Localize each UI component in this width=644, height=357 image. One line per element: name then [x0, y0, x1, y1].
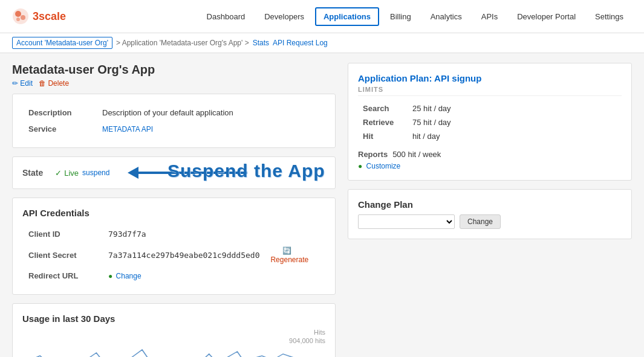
credentials-table: Client ID 793d7f7a Client Secret 7a37a11…: [22, 225, 325, 285]
service-label: Service: [24, 121, 96, 137]
application-plan-card: Application Plan: API signup Limits Sear…: [348, 63, 632, 181]
nav-analytics[interactable]: Analytics: [422, 7, 470, 26]
reports-value: 500 hit / week: [392, 150, 441, 159]
edit-link[interactable]: ✏ Edit: [12, 79, 33, 88]
breadcrumb-account-link[interactable]: Account 'Metadata-user Org': [12, 37, 112, 49]
green-circle-icon: ●: [358, 162, 362, 170]
limit-search-row: Search 25 hit / day: [359, 102, 620, 115]
svg-point-0: [13, 8, 28, 24]
arrow-head-icon: [128, 167, 138, 179]
main-nav: Dashboard Developers Applications Billin…: [198, 7, 632, 26]
breadcrumb-stats-link[interactable]: Stats: [253, 39, 269, 47]
right-column: Application Plan: API signup Limits Sear…: [348, 63, 632, 357]
state-label: State: [22, 168, 43, 178]
limit-hit-row: Hit hit / day: [359, 130, 620, 143]
page-title: Metadata-user Org's App: [12, 63, 336, 77]
change-plan-row: Change: [358, 214, 622, 229]
svg-point-1: [15, 11, 21, 17]
description-row: Description Description of your default …: [24, 105, 324, 120]
customize-link[interactable]: ● Customize: [358, 162, 400, 170]
breadcrumb: Account 'Metadata-user Org' > Applicatio…: [0, 33, 644, 53]
suspend-annotation: Suspend the App: [168, 161, 325, 181]
usage-chart-card: Usage in last 30 Days Hits 904,000 hits: [12, 303, 336, 357]
service-row: Service METADATA API: [24, 121, 324, 137]
description-label: Description: [24, 105, 96, 120]
client-id-label: Client ID: [24, 227, 102, 242]
limit-retrieve-label: Retrieve: [359, 116, 408, 129]
redirect-url-label: Redirect URL: [24, 268, 102, 283]
usage-title: Usage in last 30 Days: [22, 314, 325, 324]
nav-dashboard[interactable]: Dashboard: [198, 7, 254, 26]
logo-name: 3scale: [33, 10, 66, 23]
client-id-row: Client ID 793d7f7a: [24, 227, 324, 242]
page-content: Metadata-user Org's App ✏ Edit 🗑 Delete …: [0, 53, 644, 357]
change-link[interactable]: ● Change: [108, 272, 141, 280]
green-dot-icon: ●: [108, 272, 112, 280]
logo: 3scale: [12, 8, 66, 25]
app-info-table: Description Description of your default …: [22, 104, 325, 138]
live-label: Live: [64, 169, 79, 178]
client-secret-row: Client Secret 7a37a114ce297b49eabe021c9d…: [24, 243, 324, 267]
credentials-title: API Credentials: [22, 208, 325, 218]
usage-chart-svg: [22, 329, 325, 357]
service-link[interactable]: METADATA API: [102, 125, 153, 133]
client-secret-value: 7a37a114ce297b49eabe021c9ddd5ed0: [103, 243, 264, 267]
change-plan-button[interactable]: Change: [460, 214, 501, 229]
checkmark-icon: ✓: [55, 169, 62, 178]
limit-retrieve-row: Retrieve 75 hit / day: [359, 116, 620, 129]
limit-search-value: 25 hit / day: [409, 102, 620, 115]
change-plan-card: Change Plan Change: [348, 189, 632, 239]
nav-settings[interactable]: Settings: [587, 7, 632, 26]
nav-billing[interactable]: Billing: [382, 7, 420, 26]
limits-title: Limits: [358, 86, 622, 96]
delete-link[interactable]: 🗑 Delete: [39, 79, 69, 88]
limits-table: Search 25 hit / day Retrieve 75 hit / da…: [358, 101, 622, 144]
app-info-card: Description Description of your default …: [12, 94, 336, 148]
live-status: ✓ Live suspend: [55, 169, 109, 178]
trash-icon: 🗑: [39, 79, 46, 88]
regen-icon: 🔄: [282, 246, 291, 255]
reports-section: Reports 500 hit / week ● Customize: [358, 150, 622, 170]
suspend-link[interactable]: suspend: [82, 169, 109, 177]
hits-value: 904,000 hits: [289, 337, 325, 344]
breadcrumb-sep1: > Application 'Metadata-user Org's App' …: [116, 39, 249, 47]
plan-select[interactable]: [358, 214, 455, 229]
page-actions: ✏ Edit 🗑 Delete: [12, 79, 336, 88]
change-plan-title: Change Plan: [358, 199, 622, 210]
state-card: State ✓ Live suspend Suspend the App: [12, 156, 336, 189]
limit-search-label: Search: [359, 102, 408, 115]
pencil-icon: ✏: [12, 79, 18, 88]
logo-icon: [12, 8, 29, 25]
client-id-value: 793d7f7a: [103, 227, 264, 242]
svg-point-3: [16, 18, 20, 21]
hits-label: Hits: [314, 329, 325, 336]
topbar: 3scale Dashboard Developers Applications…: [0, 0, 644, 33]
api-credentials-card: API Credentials Client ID 793d7f7a Clien…: [12, 198, 336, 295]
reports-label: Reports: [358, 150, 388, 159]
nav-apis[interactable]: APIs: [473, 7, 506, 26]
client-secret-label: Client Secret: [24, 243, 102, 267]
plan-title: Application Plan: API signup: [358, 73, 622, 83]
limit-hit-label: Hit: [359, 130, 408, 143]
svg-point-2: [21, 15, 25, 20]
chart-area: Hits 904,000 hits: [22, 329, 325, 357]
limit-retrieve-value: 75 hit / day: [409, 116, 620, 129]
description-value: Description of your default application: [97, 105, 324, 120]
regenerate-link[interactable]: 🔄 Regenerate: [270, 246, 308, 264]
left-column: Metadata-user Org's App ✏ Edit 🗑 Delete …: [12, 63, 336, 357]
state-row: State ✓ Live suspend Suspend the App: [22, 167, 325, 179]
reports-row: Reports 500 hit / week: [358, 150, 622, 159]
nav-developers[interactable]: Developers: [256, 7, 313, 26]
nav-applications[interactable]: Applications: [315, 7, 379, 26]
state-label-area: State: [22, 168, 43, 178]
breadcrumb-api-request-log-link[interactable]: API Request Log: [273, 39, 328, 47]
limit-hit-value: hit / day: [409, 130, 620, 143]
page-title-area: Metadata-user Org's App ✏ Edit 🗑 Delete: [12, 63, 336, 88]
redirect-url-row: Redirect URL ● Change: [24, 268, 324, 283]
nav-developer-portal[interactable]: Developer Portal: [509, 7, 584, 26]
